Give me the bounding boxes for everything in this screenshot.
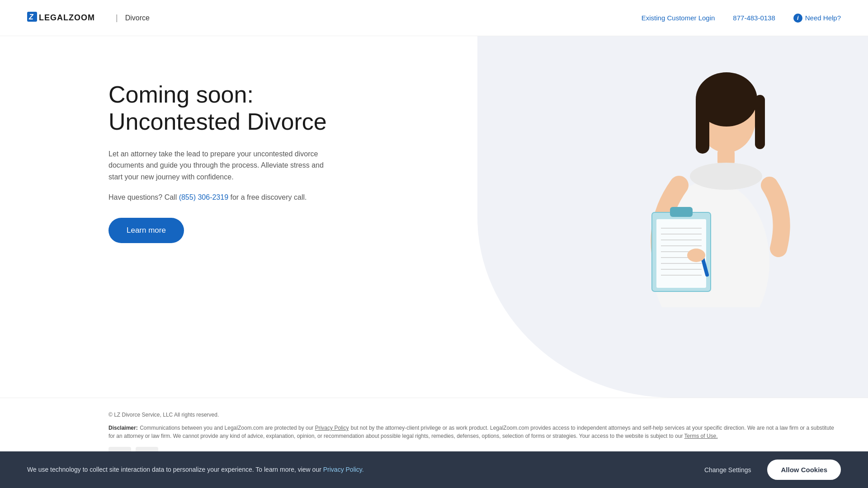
svg-rect-6 bbox=[755, 95, 765, 149]
logo-icon: Z bbox=[27, 12, 37, 24]
cta-prefix: Have questions? Call bbox=[108, 193, 179, 201]
existing-customer-login[interactable]: Existing Customer Login bbox=[642, 14, 715, 22]
content-left: Coming soon: Uncontested Divorce Let an … bbox=[0, 36, 477, 398]
svg-point-8 bbox=[690, 163, 762, 190]
privacy-policy-link[interactable]: Privacy Policy bbox=[315, 425, 349, 431]
cta-suffix: for a free discovery call. bbox=[228, 193, 307, 201]
hero-title: Coming soon: Uncontested Divorce bbox=[108, 81, 450, 136]
disclaimer-text: Communications between you and LegalZoom… bbox=[140, 425, 315, 431]
hero-title-line1: Coming soon: bbox=[108, 81, 254, 108]
header-product: Divorce bbox=[125, 14, 150, 22]
main-content: Coming soon: Uncontested Divorce Let an … bbox=[0, 36, 868, 398]
cookie-privacy-policy-link[interactable]: Privacy Policy. bbox=[323, 466, 364, 473]
cookie-banner: We use technology to collect site intera… bbox=[0, 451, 868, 488]
content-right bbox=[477, 36, 868, 398]
cookie-text-main: We use technology to collect site intera… bbox=[27, 466, 323, 473]
header: Z LEGALZOOM | Divorce Existing Customer … bbox=[0, 0, 868, 36]
cookie-text: We use technology to collect site intera… bbox=[27, 465, 688, 474]
svg-rect-10 bbox=[670, 207, 693, 217]
header-divider: | bbox=[116, 13, 118, 23]
learn-more-button[interactable]: Learn more bbox=[108, 218, 184, 243]
svg-point-22 bbox=[687, 249, 705, 262]
hero-description: Let an attorney take the lead to prepare… bbox=[108, 148, 326, 183]
allow-cookies-button[interactable]: Allow Cookies bbox=[767, 460, 841, 480]
logo[interactable]: Z LEGALZOOM bbox=[27, 12, 95, 24]
footer-disclaimer: Disclaimer: Communications between you a… bbox=[108, 423, 841, 440]
svg-rect-5 bbox=[696, 95, 709, 154]
hero-person-image bbox=[616, 45, 806, 307]
terms-of-use-link[interactable]: Terms of Use. bbox=[684, 433, 718, 439]
info-icon: i bbox=[793, 14, 802, 23]
footer-copyright: © LZ Divorce Service, LLC All rights res… bbox=[108, 412, 841, 418]
logo-text: LEGALZOOM bbox=[39, 13, 95, 23]
svg-text:Z: Z bbox=[28, 13, 34, 21]
hero-cta-text: Have questions? Call (855) 306-2319 for … bbox=[108, 193, 450, 202]
need-help-link[interactable]: i Need Help? bbox=[793, 14, 841, 23]
need-help-label: Need Help? bbox=[805, 14, 841, 22]
header-phone[interactable]: 877-483-0138 bbox=[733, 14, 775, 22]
disclaimer-label: Disclaimer: bbox=[108, 425, 138, 431]
header-nav: Existing Customer Login 877-483-0138 i N… bbox=[642, 14, 841, 23]
cta-phone[interactable]: (855) 306-2319 bbox=[179, 193, 228, 201]
hero-title-line2: Uncontested Divorce bbox=[108, 108, 327, 135]
change-settings-button[interactable]: Change Settings bbox=[697, 462, 759, 478]
